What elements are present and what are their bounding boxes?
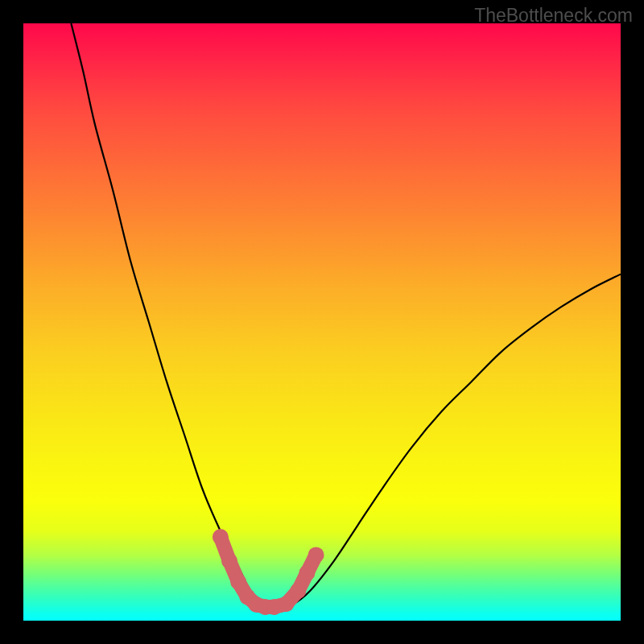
marker-dot [230, 574, 246, 590]
watermark-text: TheBottleneck.com [474, 5, 633, 27]
plot-area [23, 23, 621, 621]
chart-frame: TheBottleneck.com [0, 0, 644, 644]
marker-dot [308, 547, 324, 563]
chart-overlay [23, 23, 621, 621]
marker-dot [290, 583, 306, 599]
bottleneck-curve [71, 23, 621, 609]
marker-dot [278, 596, 294, 612]
marker-dot [213, 529, 229, 545]
marker-dot [221, 553, 237, 569]
marker-dot [299, 565, 315, 581]
